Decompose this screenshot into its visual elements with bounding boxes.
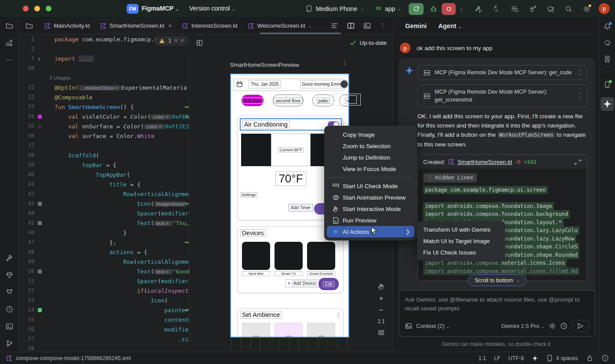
terminal-icon[interactable] [6, 323, 13, 330]
tab-InterestsScreen.kt[interactable]: InterestsScreen.kt [177, 18, 243, 34]
gear-icon[interactable] [549, 322, 556, 330]
history-icon[interactable] [560, 322, 567, 330]
edit-button[interactable]: Edit [318, 278, 339, 290]
code-line[interactable]: 37 [19, 141, 189, 150]
send-button[interactable] [571, 320, 589, 332]
settings-icon[interactable] [583, 5, 590, 13]
project-folder-icon[interactable] [6, 22, 13, 29]
color-preview-mark[interactable] [38, 202, 42, 206]
zoom-reset-button[interactable]: 1:1 [377, 318, 385, 324]
floor-chip-second floor[interactable]: second floor [273, 95, 304, 106]
tab-gemini[interactable]: Gemini [405, 22, 427, 29]
code-line[interactable]: 54painter [19, 305, 189, 315]
tab-SmartHomeScreen.kt[interactable]: SmartHomeScreen.kt× [95, 18, 177, 34]
preview-layout-icon[interactable] [196, 39, 203, 47]
gradle-button[interactable] [604, 39, 611, 47]
code-line[interactable]: 58cli [19, 344, 189, 352]
tab-MainActivity.kt[interactable]: MainActivity.kt [39, 18, 95, 34]
submenu-item-match-ui-to-target-image[interactable]: Match UI to Target Image [417, 235, 505, 247]
ambience-kebab[interactable]: ⋮ [335, 314, 341, 316]
project-tree-toggle[interactable] [19, 18, 39, 34]
menu-item-start-animation-preview[interactable]: Start Animation Preview [327, 192, 414, 203]
running-devices-button[interactable] [604, 81, 611, 88]
code-editor[interactable]: 1package com.example.figmamcp.u23❯import… [19, 34, 189, 352]
code-line[interactable]: 40TopAppBar( [19, 170, 189, 179]
menu-item-jump-to-definition[interactable]: Jump to Definition [327, 152, 414, 163]
zoom-fit-icon[interactable] [377, 329, 385, 336]
debug-button[interactable] [427, 3, 440, 15]
menu-item-start-ui-check-mode[interactable]: Start UI Check Mode [327, 180, 414, 192]
preview-composable-name[interactable]: SmartHomeScreenPreview [230, 62, 299, 68]
model-selector[interactable]: Gemini 2.5 Pro ⌄ [501, 323, 545, 329]
code-line[interactable]: 57.siz [19, 334, 189, 344]
editor-options-kebab[interactable]: ⋮ [380, 25, 386, 27]
attach-debugger-icon[interactable] [529, 5, 536, 13]
code-line[interactable]: 50Text(text = "Good [19, 266, 189, 276]
menu-item-run-preview[interactable]: Run Preview [327, 215, 414, 226]
ambience-tile[interactable] [307, 323, 335, 338]
layout-inspector-button[interactable] [604, 55, 611, 63]
color-preview-mark[interactable] [38, 221, 42, 225]
code-line[interactable]: 43Icon(imageVector [19, 199, 189, 208]
run-config-selector[interactable]: app ⌄ [375, 5, 402, 12]
code-line[interactable]: 31@OptIn(...markerClass = ExperimentalMa… [19, 83, 189, 92]
hidden-lines-chip[interactable]: ⋮ Hidden Lines [423, 173, 477, 182]
floor-chip-first floor[interactable]: first floor [241, 95, 264, 106]
file-encoding[interactable]: UTF-8 [509, 355, 524, 361]
horizontal-scrollbar-thumb[interactable] [260, 33, 341, 34]
close-window-button[interactable] [23, 6, 29, 11]
app-quality-insights-icon[interactable] [6, 271, 13, 279]
ai-status-icon[interactable] [532, 355, 538, 361]
code-line[interactable]: 39topBar = { [19, 160, 189, 170]
apply-changes-icon[interactable]: A [493, 5, 500, 13]
indent-setting[interactable]: 4 spaces [546, 354, 578, 362]
mcp-tool-call[interactable]: MCP (Figma Remote Dev Mode MCP Server): … [417, 84, 587, 107]
tab-agent[interactable]: Agent ⌄ [438, 22, 462, 29]
add-timer-button[interactable]: Add Timer [289, 204, 313, 211]
minimize-window-button[interactable] [34, 6, 40, 11]
vcs-menu[interactable]: Version control ⌄ [189, 5, 235, 12]
scroll-to-bottom-button[interactable]: Scroll to bottom⌄ [468, 274, 527, 286]
code-line[interactable]: 30 [19, 63, 189, 73]
code-line[interactable]: 51Spacer(modifier [19, 276, 189, 286]
build-icon[interactable] [6, 254, 13, 262]
code-line[interactable]: 56modifier [19, 324, 189, 334]
code-line[interactable]: 47}, [19, 237, 189, 247]
code-line[interactable]: 38Scaffold( [19, 150, 189, 160]
project-selector[interactable]: FigmaMCP ⌄ [142, 5, 179, 12]
color-preview-mark[interactable] [38, 308, 42, 312]
inspection-widget[interactable]: 1 ˄˅ [155, 36, 187, 46]
code-line[interactable]: 45Text(text = "Thu, [19, 218, 189, 228]
submenu-item-fix-ui-check-issues[interactable]: Fix UI Check Issues [417, 247, 505, 258]
add-device-button[interactable]: + Add Device [285, 279, 320, 288]
code-line[interactable]: 44Spacer(modifier [19, 208, 189, 218]
code-line[interactable]: 41title = { [19, 179, 189, 189]
gradle-sync-icon[interactable] [547, 5, 554, 13]
code-line[interactable]: 35val onSurface = Color(color = 0xFF2E2 [19, 121, 189, 131]
fold-icon[interactable]: ❯ [38, 56, 40, 61]
info-icon[interactable] [601, 354, 609, 362]
color-preview-mark[interactable] [38, 269, 42, 273]
device-tile[interactable] [307, 242, 335, 270]
code-line[interactable]: 32@Composable [19, 92, 189, 102]
code-line[interactable]: 49Row(verticalAlignmen [19, 257, 189, 266]
build-run-icon[interactable] [475, 5, 482, 13]
menu-item-start-interactive-mode[interactable]: Start Interactive Mode [327, 203, 414, 215]
menu-item-view-in-focus-mode[interactable]: View in Focus Mode [327, 163, 414, 175]
maximize-window-button[interactable] [46, 6, 51, 11]
tab-WelcomeScreen.kt[interactable]: WelcomeScreen.kt⌄ [243, 18, 317, 34]
pan-hand-icon[interactable] [377, 283, 385, 290]
line-ending[interactable]: LF [494, 355, 501, 361]
created-file-link[interactable]: SmartHomeScreen.kt [458, 159, 512, 165]
code-line[interactable]: 55contentD [19, 315, 189, 324]
code-line[interactable]: 48actions = { [19, 247, 189, 257]
stop-button[interactable] [442, 3, 456, 15]
design-view-icon[interactable] [363, 22, 371, 29]
preview-kebab[interactable]: ⋮ [342, 62, 348, 64]
code-line[interactable]: 42Row(verticalAlignmen [19, 189, 189, 199]
problems-icon[interactable] [6, 306, 13, 313]
zoom-in-button[interactable]: + [379, 295, 384, 302]
profiler-icon[interactable] [511, 5, 518, 13]
device-selector[interactable]: Medium Phone ⌄ [305, 5, 364, 12]
context-selector[interactable]: Context (2) ⌄ [416, 323, 450, 329]
